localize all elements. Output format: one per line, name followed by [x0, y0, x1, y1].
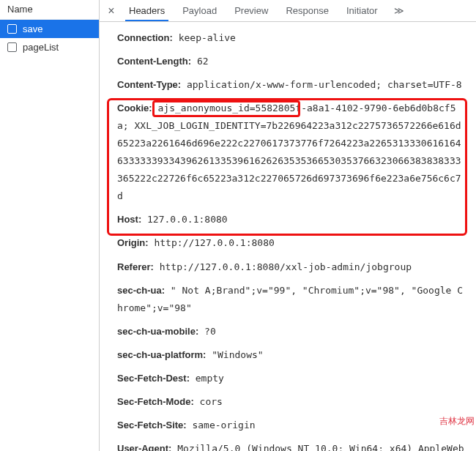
close-icon[interactable]: × — [103, 4, 120, 18]
tab-bar: × Headers Payload Preview Response Initi… — [100, 0, 476, 22]
header-value: " Not A;Brand";v="99", "Chromium";v="98"… — [117, 285, 463, 313]
headers-content[interactable]: Connection: keep-alive Content-Length: 6… — [100, 22, 476, 451]
tab-response[interactable]: Response — [277, 1, 338, 20]
header-value: ajs_anonymous_id=5582805f-a8a1-4102-9790… — [117, 102, 461, 201]
checkbox-icon — [7, 42, 17, 52]
header-host: Host: 127.0.0.1:8080 — [117, 208, 464, 231]
header-key: User-Agent: — [117, 443, 171, 451]
sidebar-title: Name — [0, 0, 99, 20]
header-key: Content-Type: — [117, 79, 181, 90]
header-referer: Referer: http://127.0.0.1:8080/xxl-job-a… — [117, 256, 464, 279]
header-sec-ch-ua-mobile: sec-ch-ua-mobile: ?0 — [117, 320, 464, 343]
header-key: Sec-Fetch-Dest: — [117, 373, 190, 384]
header-key: Origin: — [117, 237, 149, 248]
header-sec-fetch-dest: Sec-Fetch-Dest: empty — [117, 367, 464, 390]
header-value: cors — [194, 396, 223, 407]
header-key: Sec-Fetch-Site: — [117, 420, 187, 430]
header-origin: Origin: http://127.0.0.1:8080 — [117, 231, 464, 255]
header-key: Connection: — [117, 32, 173, 43]
tab-preview[interactable]: Preview — [226, 1, 277, 20]
header-key: sec-ch-ua-mobile: — [117, 326, 198, 337]
header-value: ?0 — [198, 326, 215, 337]
header-value: same-origin — [187, 420, 256, 430]
header-value: application/x-www-form-urlencoded; chars… — [181, 79, 462, 90]
header-key: sec-ch-ua-platform: — [117, 349, 206, 360]
header-key: Content-Length: — [117, 56, 191, 67]
header-value: http://127.0.0.1:8080 — [149, 237, 275, 248]
header-sec-ch-ua-platform: sec-ch-ua-platform: "Windows" — [117, 343, 464, 367]
header-value: "Windows" — [206, 349, 263, 360]
sidebar-item-label: save — [23, 23, 42, 34]
tab-initiator[interactable]: Initiator — [338, 1, 387, 20]
header-value: 62 — [191, 56, 208, 67]
tab-headers[interactable]: Headers — [120, 1, 174, 20]
header-sec-fetch-mode: Sec-Fetch-Mode: cors — [117, 390, 464, 414]
header-value: 127.0.0.1:8080 — [141, 214, 227, 225]
sidebar-item-pagelist[interactable]: pageList — [0, 38, 99, 56]
more-tabs-icon[interactable]: ≫ — [387, 5, 412, 16]
header-content-length: Content-Length: 62 — [117, 50, 464, 73]
header-user-agent: User-Agent: Mozilla/5.0 (Windows NT 10.0… — [117, 437, 464, 451]
network-requests-sidebar: Name save pageList — [0, 0, 100, 451]
header-connection: Connection: keep-alive — [117, 26, 464, 50]
main-panel: × Headers Payload Preview Response Initi… — [100, 0, 476, 451]
header-cookie: Cookie: ajs_anonymous_id=5582805f-a8a1-4… — [117, 97, 464, 208]
header-value: empty — [190, 373, 224, 384]
header-value: http://127.0.0.1:8080/xxl-job-admin/jobg… — [154, 261, 412, 272]
header-key: Sec-Fetch-Mode: — [117, 396, 194, 407]
header-key: Cookie: — [117, 102, 152, 113]
header-value: keep-alive — [173, 32, 236, 43]
sidebar-item-save[interactable]: save — [0, 20, 99, 38]
tab-payload[interactable]: Payload — [174, 1, 226, 20]
header-sec-ch-ua: sec-ch-ua: " Not A;Brand";v="99", "Chrom… — [117, 279, 464, 320]
checkbox-icon — [7, 24, 17, 34]
header-sec-fetch-site: Sec-Fetch-Site: same-origin — [117, 414, 464, 437]
header-key: Host: — [117, 214, 141, 225]
sidebar-item-label: pageList — [23, 42, 59, 53]
header-content-type: Content-Type: application/x-www-form-url… — [117, 73, 464, 97]
header-key: Referer: — [117, 261, 154, 272]
header-key: sec-ch-ua: — [117, 285, 165, 296]
